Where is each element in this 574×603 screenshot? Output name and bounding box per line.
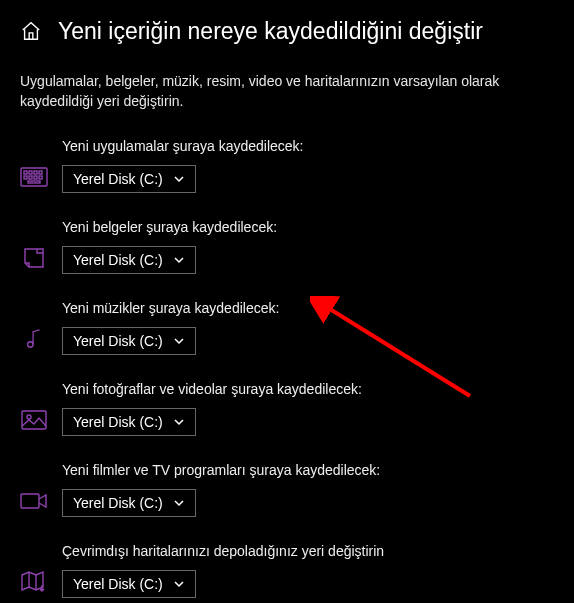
svg-rect-3 <box>34 171 37 174</box>
svg-rect-6 <box>29 176 32 179</box>
photos-label: Yeni fotoğraflar ve videolar şuraya kayd… <box>62 381 554 397</box>
apps-drive-select[interactable]: Yerel Disk (C:) <box>62 165 196 193</box>
save-location-group-photos: Yeni fotoğraflar ve videolar şuraya kayd… <box>20 381 554 436</box>
movies-drive-select[interactable]: Yerel Disk (C:) <box>62 489 196 517</box>
music-label: Yeni müzikler şuraya kaydedilecek: <box>62 300 554 316</box>
svg-rect-7 <box>34 176 37 179</box>
svg-rect-9 <box>28 181 40 183</box>
save-location-group-music: Yeni müzikler şuraya kaydedilecek: Yerel… <box>20 300 554 355</box>
maps-icon <box>20 570 48 594</box>
save-location-group-apps: Yeni uygulamalar şuraya kaydedilecek: Ye… <box>20 138 554 193</box>
svg-rect-4 <box>39 171 42 174</box>
music-icon <box>20 327 48 351</box>
movies-icon <box>20 489 48 513</box>
apps-icon <box>20 165 48 189</box>
svg-point-10 <box>28 341 33 347</box>
save-location-group-movies: Yeni filmler ve TV programları şuraya ka… <box>20 462 554 517</box>
chevron-down-icon <box>173 578 185 590</box>
svg-rect-2 <box>29 171 32 174</box>
apps-drive-value: Yerel Disk (C:) <box>73 171 163 187</box>
svg-rect-5 <box>24 176 27 179</box>
maps-label: Çevrimdışı haritalarınızı depoladığınız … <box>62 543 554 559</box>
home-icon[interactable] <box>20 20 44 44</box>
maps-drive-select[interactable]: Yerel Disk (C:) <box>62 570 196 598</box>
movies-label: Yeni filmler ve TV programları şuraya ka… <box>62 462 554 478</box>
music-drive-value: Yerel Disk (C:) <box>73 333 163 349</box>
maps-drive-value: Yerel Disk (C:) <box>73 576 163 592</box>
page-description: Uygulamalar, belgeler, müzik, resim, vid… <box>20 71 554 112</box>
svg-rect-13 <box>21 494 39 508</box>
svg-rect-1 <box>24 171 27 174</box>
documents-icon <box>20 246 48 270</box>
photos-icon <box>20 408 48 432</box>
movies-drive-value: Yerel Disk (C:) <box>73 495 163 511</box>
chevron-down-icon <box>173 335 185 347</box>
documents-drive-select[interactable]: Yerel Disk (C:) <box>62 246 196 274</box>
chevron-down-icon <box>173 416 185 428</box>
music-drive-select[interactable]: Yerel Disk (C:) <box>62 327 196 355</box>
apps-label: Yeni uygulamalar şuraya kaydedilecek: <box>62 138 554 154</box>
page-header: Yeni içeriğin nereye kaydedildiğini deği… <box>20 18 554 45</box>
save-location-group-maps: Çevrimdışı haritalarınızı depoladığınız … <box>20 543 554 598</box>
photos-drive-select[interactable]: Yerel Disk (C:) <box>62 408 196 436</box>
save-location-group-documents: Yeni belgeler şuraya kaydedilecek: Yerel… <box>20 219 554 274</box>
page-title: Yeni içeriğin nereye kaydedildiğini deği… <box>58 18 483 45</box>
photos-drive-value: Yerel Disk (C:) <box>73 414 163 430</box>
documents-label: Yeni belgeler şuraya kaydedilecek: <box>62 219 554 235</box>
chevron-down-icon <box>173 497 185 509</box>
svg-point-12 <box>27 415 31 419</box>
documents-drive-value: Yerel Disk (C:) <box>73 252 163 268</box>
chevron-down-icon <box>173 173 185 185</box>
chevron-down-icon <box>173 254 185 266</box>
svg-rect-11 <box>22 411 46 429</box>
svg-rect-8 <box>39 176 42 179</box>
